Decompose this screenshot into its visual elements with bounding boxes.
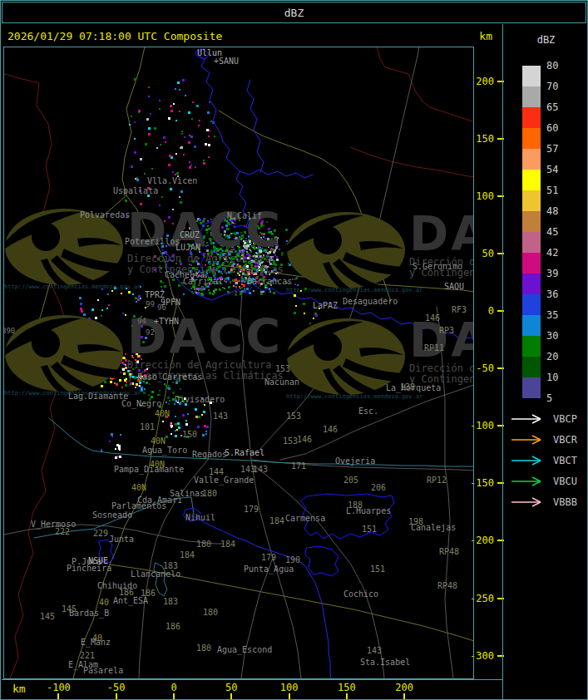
scale-label: 30: [546, 330, 558, 342]
map-polyline: [194, 516, 331, 678]
vector-arrow-icon: [510, 456, 545, 466]
map-polyline: [49, 418, 474, 466]
scale-color-band: [522, 315, 541, 336]
scale-label: 51: [546, 185, 558, 196]
y-tick-label: 150: [469, 133, 494, 145]
scale-color-band: [522, 377, 541, 398]
y-tick-label: -300: [469, 650, 494, 662]
vector-label: VBCP: [553, 413, 577, 425]
map-polyline: [445, 466, 453, 678]
legend-title: dBZ: [503, 34, 588, 46]
map-polygon: [305, 546, 338, 576]
x-tick-label: 200: [388, 682, 421, 693]
vector-arrow-icon: [510, 414, 545, 424]
x-tick-mark: [346, 693, 348, 699]
map-polyline: [172, 293, 211, 460]
map-polyline: [253, 284, 474, 340]
map-polyline: [350, 147, 475, 177]
y-axis-unit-label: km: [479, 30, 492, 42]
vector-label: VBCU: [553, 476, 577, 487]
map-polyline: [240, 292, 301, 678]
vector-legend-row: VBBB: [510, 497, 545, 507]
x-tick-label: 50: [215, 682, 248, 693]
y-tick-label: -100: [469, 420, 494, 431]
scale-label: 5: [546, 392, 552, 404]
y-tick-label: 0: [469, 305, 494, 317]
radar-app-window: dBZ 2026/01/29 07:18:00 UTC Composite km…: [0, 0, 588, 700]
x-tick-mark: [173, 693, 175, 699]
x-tick-mark: [57, 693, 59, 699]
y-tick-label: 200: [469, 76, 494, 87]
scale-label: 70: [546, 81, 558, 92]
x-tick-label: -50: [100, 682, 133, 693]
x-axis-unit-label: km: [12, 683, 26, 695]
scale-color-band: [522, 336, 541, 357]
map-polyline: [4, 74, 67, 678]
map-canvas: [1, 1, 588, 700]
scale-color-band: [522, 253, 541, 274]
map-polyline: [4, 525, 224, 544]
echo-cluster: [294, 288, 320, 324]
scale-label: 80: [546, 60, 558, 71]
y-tick-label: -50: [469, 362, 494, 374]
map-polyline: [34, 497, 194, 538]
vector-legend-row: VBCR: [510, 435, 545, 445]
map-polygon: [154, 563, 167, 596]
scale-label: 45: [546, 226, 558, 238]
vector-legend-row: VBCT: [510, 456, 545, 466]
scale-label: 60: [546, 122, 558, 134]
echo-cluster: [168, 101, 215, 168]
echo-cluster: [129, 374, 181, 408]
y-tick-label: 50: [469, 248, 494, 259]
scale-label: 57: [546, 143, 558, 155]
y-tick-label: -200: [469, 535, 494, 546]
scale-label: 48: [546, 205, 558, 217]
scale-color-band: [522, 86, 541, 107]
scale-label: 20: [546, 351, 558, 362]
y-tick-label: -150: [469, 477, 494, 489]
vector-legend-row: VBCU: [510, 476, 545, 486]
echo-cluster: [101, 433, 121, 459]
x-tick-mark: [116, 693, 117, 699]
vector-legend-row: VBCP: [510, 414, 545, 424]
vector-label: VBCT: [553, 455, 577, 466]
scale-label: 42: [546, 247, 558, 259]
scale-color-band: [522, 170, 541, 190]
scale-color-band: [522, 190, 541, 211]
echo-cluster: [125, 78, 194, 219]
scale-label: 10: [546, 372, 558, 383]
scale-color-band: [522, 107, 541, 128]
echo-cluster: [205, 232, 264, 284]
map-polyline: [240, 170, 313, 178]
vector-arrow-icon: [510, 476, 545, 486]
map-polyline: [377, 47, 475, 122]
map-header: 2026/01/29 07:18:00 UTC Composite km: [2, 24, 502, 47]
y-tick-label: -250: [469, 593, 494, 604]
x-axis-line: [2, 679, 503, 680]
vector-arrow-icon: [510, 497, 545, 507]
scale-color-band: [522, 232, 541, 253]
scale-label: 65: [546, 101, 558, 113]
map-polyline: [241, 558, 273, 678]
map-polyline: [255, 466, 384, 678]
scale-color-band: [522, 149, 541, 170]
x-tick-mark: [289, 693, 290, 699]
scale-label: 39: [546, 268, 558, 279]
scale-color-band: [522, 211, 541, 232]
map-polyline: [139, 460, 208, 678]
x-tick-label: 100: [273, 682, 306, 693]
map-polyline: [259, 47, 419, 450]
map-polyline: [247, 80, 264, 172]
map-polyline: [437, 307, 445, 466]
x-tick-label: 150: [330, 682, 363, 693]
map-polyline: [198, 48, 253, 233]
map-polygon: [301, 494, 394, 539]
scale-color-band: [522, 128, 541, 149]
legend-panel: dBZ 807065605754514845423936353020105 VB…: [503, 24, 588, 700]
scale-color-band: [522, 294, 541, 315]
scale-color-band: [522, 66, 541, 86]
timestamp: 2026/01/29 07:18:00 UTC Composite: [7, 30, 222, 42]
vector-arrow-icon: [510, 435, 545, 445]
x-tick-label: 0: [157, 682, 190, 693]
scale-color-band: [522, 274, 541, 294]
